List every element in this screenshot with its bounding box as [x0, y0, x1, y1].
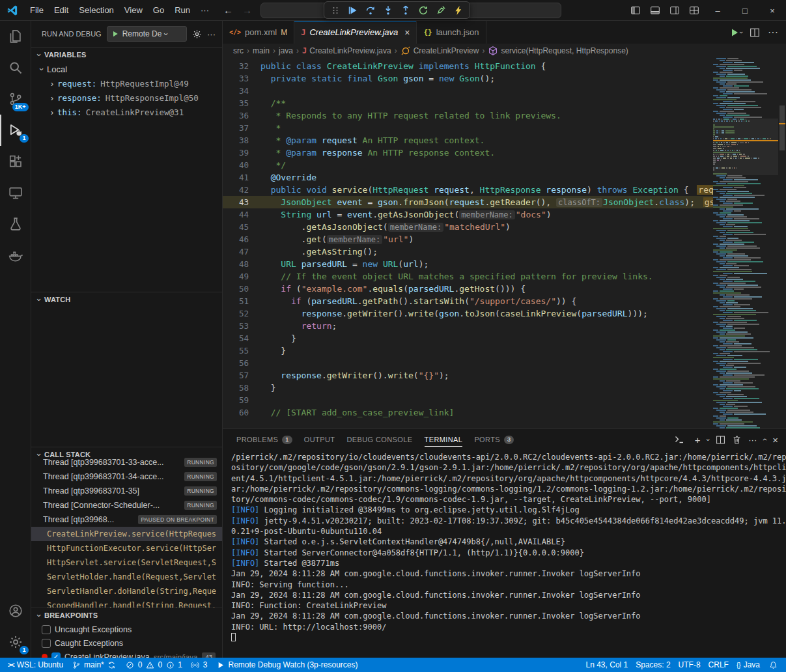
- status-utf-8[interactable]: UTF-8: [675, 658, 705, 672]
- window-maximize-button[interactable]: □: [731, 0, 759, 21]
- status-main[interactable]: main*: [67, 658, 121, 672]
- stack-frame-row[interactable]: CreateLinkPreview.service(HttpReques: [31, 527, 222, 541]
- gutter-line-56[interactable]: 56: [223, 358, 249, 368]
- gutter-line-42[interactable]: 42: [223, 185, 249, 195]
- gutter-line-52[interactable]: 52: [223, 309, 249, 318]
- code-editor[interactable]: 32public class CreateLinkPreview impleme…: [223, 58, 786, 428]
- menu-go[interactable]: Go: [148, 3, 169, 18]
- activity-testing[interactable]: [0, 208, 31, 240]
- breadcrumb-item[interactable]: main: [253, 46, 270, 55]
- debug-gear-icon[interactable]: [192, 29, 202, 39]
- watch-section-header[interactable]: ›WATCH: [31, 292, 222, 307]
- gutter-line-32[interactable]: 32: [223, 61, 249, 71]
- status-remote-debug-watch-3p-resources[interactable]: Remote Debug Watch (3p-resources): [212, 658, 362, 672]
- gutter-line-46[interactable]: 46: [223, 234, 249, 244]
- gutter-line-60[interactable]: 60: [223, 408, 249, 417]
- code-line-52[interactable]: 52 response.getWriter().write(gson.toJso…: [223, 307, 713, 320]
- code-line-40[interactable]: 40 */: [223, 159, 713, 171]
- gutter-line-59[interactable]: 59: [223, 395, 249, 405]
- code-line-60[interactable]: 60 // [START add_ons_case_preview_link]: [223, 406, 713, 419]
- debug-disconnect-button[interactable]: [432, 3, 449, 18]
- code-line-32[interactable]: 32public class CreateLinkPreview impleme…: [223, 60, 713, 72]
- gutter-line-38[interactable]: 38: [223, 135, 249, 145]
- breakpoint-row[interactable]: Uncaught Exceptions: [31, 623, 222, 636]
- start-debug-icon[interactable]: [111, 30, 119, 38]
- panel-tab-terminal[interactable]: TERMINAL: [419, 429, 469, 450]
- code-line-42[interactable]: 42 public void service(HttpRequest reque…: [223, 184, 713, 196]
- scope-local[interactable]: ›Local: [31, 62, 222, 76]
- menu-view[interactable]: View: [119, 3, 148, 18]
- code-line-37[interactable]: 37 *: [223, 122, 713, 134]
- gutter-line-57[interactable]: 57: [223, 371, 249, 380]
- scrollbar-thumb[interactable]: [779, 105, 785, 150]
- gutter-line-39[interactable]: 39: [223, 148, 249, 158]
- activity-account[interactable]: [0, 595, 31, 626]
- menu-file[interactable]: File: [25, 3, 49, 18]
- activity-explorer[interactable]: [0, 21, 31, 52]
- variable-row[interactable]: ›response:HttpResponseImpl@50: [31, 91, 222, 105]
- code-line-45[interactable]: 45 .getAsJsonObject(memberName:"matchedU…: [223, 221, 713, 233]
- stack-frame-row[interactable]: ServletHandler.doHandle(String,Reque: [31, 584, 222, 598]
- code-line-56[interactable]: 56: [223, 357, 713, 369]
- stack-frame-row[interactable]: ScopedHandler.handle(String,Request,: [31, 598, 222, 608]
- layout-panel-button[interactable]: [645, 0, 665, 21]
- nav-forward-button[interactable]: →: [242, 5, 252, 16]
- breakpoint-checkbox[interactable]: [42, 639, 51, 648]
- variables-section-header[interactable]: ›VARIABLES: [31, 48, 222, 62]
- panel-more-actions-button[interactable]: ···: [748, 435, 757, 445]
- stack-frame-row[interactable]: HttpFunctionExecutor.service(HttpSer: [31, 541, 222, 555]
- panel-tab-ports[interactable]: PORTS3: [468, 429, 520, 450]
- gutter-line-37[interactable]: 37: [223, 123, 249, 133]
- activity-extensions[interactable]: [0, 146, 31, 177]
- debug-continue-button[interactable]: [344, 3, 361, 18]
- gutter-line-40[interactable]: 40: [223, 160, 249, 170]
- breakpoint-row[interactable]: Caught Exceptions: [31, 636, 222, 650]
- stack-frame-row[interactable]: HttpServlet.service(ServletRequest,S: [31, 555, 222, 570]
- variable-row[interactable]: ›this:CreateLinkPreview@31: [31, 105, 222, 119]
- layout-sidebar-left-button[interactable]: [626, 0, 645, 21]
- gutter-line-45[interactable]: 45: [223, 222, 249, 232]
- code-line-53[interactable]: 53 return;: [223, 320, 713, 332]
- gutter-line-50[interactable]: 50: [223, 284, 249, 294]
- debug-restart-button[interactable]: [415, 3, 432, 18]
- maximize-panel-button[interactable]: ›: [761, 438, 768, 441]
- breadcrumb-item[interactable]: service(HttpRequest, HttpResponse): [488, 46, 628, 56]
- panel-tab-problems[interactable]: PROBLEMS1: [231, 429, 298, 450]
- gutter-line-47[interactable]: 47: [223, 247, 249, 257]
- status-ln-43-col-1[interactable]: Ln 43, Col 1: [582, 658, 632, 672]
- sidebar-more-actions[interactable]: ···: [207, 29, 216, 39]
- thread-row[interactable]: Thread [qtp399683701-34-acce...RUNNING: [31, 469, 222, 484]
- gutter-line-33[interactable]: 33: [223, 74, 249, 83]
- menu-edit[interactable]: Edit: [49, 3, 74, 18]
- panel-tab-debug-console[interactable]: DEBUG CONSOLE: [341, 429, 418, 450]
- thread-row[interactable]: Thread [Connector-Scheduler-...RUNNING: [31, 498, 222, 512]
- gutter-line-34[interactable]: 34: [223, 86, 249, 96]
- status-spaces-2[interactable]: Spaces: 2: [632, 658, 674, 672]
- window-close-button[interactable]: ×: [759, 0, 786, 21]
- code-line-36[interactable]: 36 * Responds to any HTTP request relate…: [223, 109, 713, 122]
- minimap[interactable]: [713, 58, 778, 428]
- activity-settings[interactable]: 1: [0, 626, 31, 658]
- menu-selection[interactable]: Selection: [74, 3, 119, 18]
- menu-run[interactable]: Run: [169, 3, 195, 18]
- terminal-dropdown-chevron-icon[interactable]: ›: [705, 438, 712, 441]
- code-line-57[interactable]: 57 response.getWriter().write("{}");: [223, 369, 713, 382]
- code-line-41[interactable]: 41 @Override: [223, 171, 713, 184]
- launch-config-dropdown[interactable]: Remote De ›: [107, 26, 187, 42]
- menu-overflow[interactable]: ···: [195, 3, 214, 18]
- gutter-line-48[interactable]: 48: [223, 259, 249, 269]
- code-line-39[interactable]: 39 * @param response An HTTP response co…: [223, 147, 713, 159]
- split-editor-button[interactable]: [750, 27, 760, 38]
- breakpoints-section-header[interactable]: ›BREAKPOINTS: [31, 608, 222, 623]
- problems-status[interactable]: 001: [121, 658, 186, 672]
- code-line-54[interactable]: 54 }: [223, 332, 713, 344]
- close-tab-icon[interactable]: ×: [404, 27, 410, 38]
- breadcrumb-item[interactable]: CreateLinkPreview: [400, 46, 479, 56]
- gutter-line-51[interactable]: 51: [223, 296, 249, 306]
- gutter-line-49[interactable]: 49: [223, 272, 249, 281]
- minimap-viewport[interactable]: [713, 119, 778, 175]
- activity-docker[interactable]: [0, 240, 31, 271]
- debug-step-out-button[interactable]: [397, 3, 414, 18]
- layout-customize-button[interactable]: [684, 0, 704, 21]
- tab-launch-json[interactable]: {}launch.json: [417, 21, 486, 44]
